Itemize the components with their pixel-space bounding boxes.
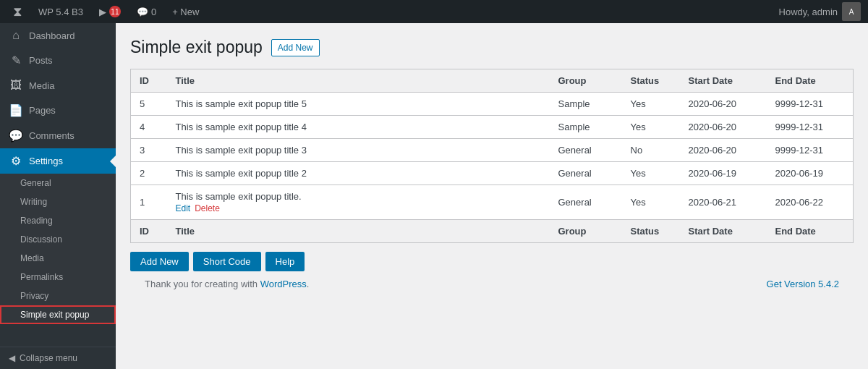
delete-link[interactable]: Delete — [195, 203, 220, 213]
col-header-startdate: Start Date — [680, 69, 767, 93]
updates-item[interactable]: ▶ 11 — [93, 0, 127, 23]
comments-count: 0 — [151, 7, 156, 17]
sidebar-item-posts[interactable]: ✎ Posts — [0, 48, 116, 73]
main-content: Simple exit popup Add New ID Title Group… — [116, 23, 868, 369]
wordpress-link[interactable]: WordPress — [260, 279, 307, 289]
bottom-actions: Add New Short Code Help — [130, 252, 854, 271]
media-icon: 🖼 — [9, 79, 23, 92]
submenu-item-general[interactable]: General — [0, 174, 116, 192]
col-header-status: Status — [622, 69, 680, 93]
comments-sidebar-icon: 💬 — [9, 129, 23, 143]
col-header-enddate: End Date — [767, 69, 854, 93]
user-avatar: A — [842, 2, 861, 21]
submenu-item-discussion[interactable]: Discussion — [0, 230, 116, 249]
col-header-id: ID — [131, 69, 167, 93]
admin-sidebar: ⌂ Dashboard ✎ Posts 🖼 Media 📄 Pages 💬 Co… — [0, 23, 116, 369]
sidebar-item-label: Posts — [29, 55, 53, 66]
cell-group: Sample — [550, 93, 622, 116]
cell-status: Yes — [622, 185, 680, 220]
sidebar-item-media[interactable]: 🖼 Media — [0, 73, 116, 98]
sidebar-item-settings[interactable]: ⚙ Settings — [0, 148, 116, 174]
table-body: 5 This is sample exit popup title 5 Samp… — [131, 93, 854, 220]
submenu-item-media[interactable]: Media — [0, 249, 116, 268]
cell-id: 2 — [131, 162, 167, 185]
col-footer-enddate: End Date — [767, 220, 854, 243]
table-header-row: ID Title Group Status Start Date End Dat… — [131, 69, 854, 93]
submenu-item-privacy[interactable]: Privacy — [0, 287, 116, 305]
submenu-item-reading[interactable]: Reading — [0, 211, 116, 230]
cell-status: Yes — [622, 116, 680, 139]
footer-thanks: Thank you for creating with WordPress. — [145, 279, 309, 289]
table-row: 1 This is sample exit popup title. Edit … — [131, 185, 854, 220]
cell-title: This is sample exit popup title 5 — [167, 93, 550, 116]
cell-startdate: 2020-06-20 — [680, 139, 767, 162]
cell-id: 1 — [131, 185, 167, 220]
collapse-menu-item[interactable]: ◀ Collapse menu — [0, 347, 116, 369]
cell-id: 4 — [131, 116, 167, 139]
col-footer-group: Group — [550, 220, 622, 243]
help-button[interactable]: Help — [265, 252, 305, 271]
settings-submenu: General Writing Reading Discussion Media… — [0, 174, 116, 324]
col-footer-startdate: Start Date — [680, 220, 767, 243]
new-content-label: + New — [172, 7, 199, 17]
add-new-button[interactable]: Add New — [130, 252, 189, 271]
howdy-section[interactable]: Howdy, admin A — [779, 2, 861, 21]
admin-bar: ⧗ WP 5.4 B3 ▶ 11 💬 0 + New Howdy, admin … — [0, 0, 868, 23]
wp-logo-item[interactable]: ⧗ — [7, 0, 28, 23]
submenu-item-simple-exit-popup[interactable]: Simple exit popup — [0, 305, 116, 324]
get-version-link[interactable]: Get Version 5.4.2 — [767, 279, 839, 289]
adminbar-right: Howdy, admin A — [779, 2, 861, 21]
cell-startdate: 2020-06-20 — [680, 116, 767, 139]
cell-title: This is sample exit popup title. Edit De… — [167, 185, 550, 220]
cell-enddate: 9999-12-31 — [767, 139, 854, 162]
col-footer-id: ID — [131, 220, 167, 243]
cell-enddate: 9999-12-31 — [767, 93, 854, 116]
howdy-text: Howdy, admin — [779, 7, 838, 17]
submenu-item-writing[interactable]: Writing — [0, 192, 116, 211]
table-footer-row: ID Title Group Status Start Date End Dat… — [131, 220, 854, 243]
cell-title: This is sample exit popup title 3 — [167, 139, 550, 162]
sidebar-item-label: Comments — [29, 130, 75, 141]
collapse-label: Collapse menu — [20, 353, 77, 363]
col-header-title: Title — [167, 69, 550, 93]
cell-enddate: 2020-06-19 — [767, 162, 854, 185]
site-name: WP 5.4 B3 — [38, 7, 83, 17]
col-footer-status: Status — [622, 220, 680, 243]
sidebar-item-label: Settings — [29, 156, 63, 166]
settings-icon: ⚙ — [9, 154, 23, 168]
cell-group: Sample — [550, 116, 622, 139]
sidebar-item-label: Media — [29, 80, 54, 91]
page-footer: Thank you for creating with WordPress. G… — [130, 271, 854, 297]
submenu-item-permalinks[interactable]: Permalinks — [0, 268, 116, 287]
col-header-group: Group — [550, 69, 622, 93]
pages-icon: 📄 — [9, 103, 23, 117]
cell-id: 3 — [131, 139, 167, 162]
table-row: 2 This is sample exit popup title 2 Gene… — [131, 162, 854, 185]
cell-startdate: 2020-06-21 — [680, 185, 767, 220]
collapse-icon: ◀ — [9, 353, 15, 363]
table-row: 3 This is sample exit popup title 3 Gene… — [131, 139, 854, 162]
cell-title: This is sample exit popup title 2 — [167, 162, 550, 185]
edit-link[interactable]: Edit — [176, 203, 191, 213]
cell-group: General — [550, 139, 622, 162]
popup-table: ID Title Group Status Start Date End Dat… — [130, 69, 854, 243]
cell-startdate: 2020-06-19 — [680, 162, 767, 185]
cell-enddate: 9999-12-31 — [767, 116, 854, 139]
new-content-item[interactable]: + New — [166, 0, 205, 23]
short-code-button[interactable]: Short Code — [193, 252, 261, 271]
col-footer-title: Title — [167, 220, 550, 243]
row-actions: Edit Delete — [176, 203, 541, 213]
updates-icon: ▶ — [99, 7, 106, 17]
sidebar-item-comments[interactable]: 💬 Comments — [0, 123, 116, 148]
comments-item[interactable]: 💬 0 — [131, 0, 162, 23]
add-new-header-button[interactable]: Add New — [271, 39, 320, 56]
site-name-item[interactable]: WP 5.4 B3 — [33, 0, 89, 23]
cell-status: Yes — [622, 93, 680, 116]
comments-icon: 💬 — [137, 7, 148, 17]
cell-status: No — [622, 139, 680, 162]
main-layout: ⌂ Dashboard ✎ Posts 🖼 Media 📄 Pages 💬 Co… — [0, 23, 868, 369]
sidebar-item-pages[interactable]: 📄 Pages — [0, 98, 116, 123]
cell-title: This is sample exit popup title 4 — [167, 116, 550, 139]
page-header: Simple exit popup Add New — [130, 38, 854, 57]
sidebar-item-dashboard[interactable]: ⌂ Dashboard — [0, 23, 116, 48]
